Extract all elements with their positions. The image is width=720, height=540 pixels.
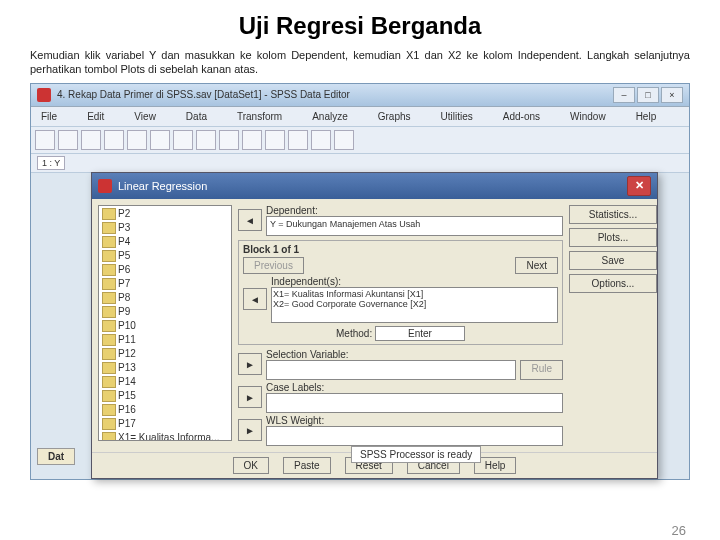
slide-title: Uji Regresi Berganda [30,12,690,40]
method-select[interactable]: Enter [375,326,465,341]
toolbar-icon[interactable] [35,130,55,150]
dialog-icon [98,179,112,193]
next-button[interactable]: Next [515,257,558,274]
toolbar-icon[interactable] [265,130,285,150]
menu-analyze[interactable]: Analyze [306,109,354,124]
list-item: P17 [100,417,230,431]
list-item: P8 [100,291,230,305]
selection-label: Selection Variable: [266,349,563,360]
block-label: Block 1 of 1 [243,244,558,255]
variable-icon [102,222,116,234]
variable-icon [102,320,116,332]
dialog-titlebar: Linear Regression ✕ [92,173,657,199]
variable-icon [102,390,116,402]
close-button[interactable]: × [661,87,683,103]
list-item: P16 [100,403,230,417]
variable-icon [102,250,116,262]
maximize-button[interactable]: □ [637,87,659,103]
variable-icon [102,208,116,220]
plots-button[interactable]: Plots... [569,228,657,247]
menu-file[interactable]: File [35,109,63,124]
menu-graphs[interactable]: Graphs [372,109,417,124]
list-item: X2= Good Corporate Governance [X2] [273,299,556,309]
move-dependent-button[interactable]: ◄ [238,209,262,231]
toolbar-icon[interactable] [58,130,78,150]
variable-icon [102,334,116,346]
variable-icon [102,418,116,430]
menu-addons[interactable]: Add-ons [497,109,546,124]
options-button[interactable]: Options... [569,274,657,293]
selection-field[interactable] [266,360,516,380]
toolbar-icon[interactable] [288,130,308,150]
menu-window[interactable]: Window [564,109,612,124]
spss-icon [37,88,51,102]
move-wls-button[interactable]: ► [238,419,262,441]
case-field[interactable] [266,393,563,413]
dependent-field[interactable]: Y = Dukungan Manajemen Atas Usah [266,216,563,236]
menu-data[interactable]: Data [180,109,213,124]
toolbar-icon[interactable] [104,130,124,150]
menu-view[interactable]: View [128,109,162,124]
list-item: X1= Kualitas Informasi Akuntansi [X1] [273,289,556,299]
variable-icon [102,432,116,441]
page-number: 26 [672,523,686,538]
case-label: Case Labels: [266,382,563,393]
list-item: P9 [100,305,230,319]
status-bar: SPSS Processor is ready [351,446,481,463]
dialog-title: Linear Regression [118,180,207,192]
variable-icon [102,404,116,416]
move-selection-button[interactable]: ► [238,353,262,375]
save-button[interactable]: Save [569,251,657,270]
wls-field[interactable] [266,426,563,446]
data-view-tab[interactable]: Dat [37,448,75,465]
toolbar-icon[interactable] [311,130,331,150]
variable-icon [102,264,116,276]
spss-toolbar [31,127,689,154]
dependent-label: Dependent: [266,205,563,216]
toolbar-icon[interactable] [242,130,262,150]
menu-transform[interactable]: Transform [231,109,288,124]
list-item: X1= Kualitas Informa... [100,431,230,441]
row-indicator: 1 : Y [31,154,689,173]
variable-list[interactable]: P2 P3 P4 P5 P6 P7 P8 P9 P10 P11 P12 P13 … [98,205,232,441]
list-item: P14 [100,375,230,389]
move-independent-button[interactable]: ◄ [243,288,267,310]
independent-label: Independent(s): [271,276,558,287]
paste-button[interactable]: Paste [283,457,331,474]
variable-icon [102,376,116,388]
list-item: P10 [100,319,230,333]
list-item: P11 [100,333,230,347]
toolbar-icon[interactable] [127,130,147,150]
variable-icon [102,306,116,318]
list-item: P3 [100,221,230,235]
list-item: P6 [100,263,230,277]
previous-button[interactable]: Previous [243,257,304,274]
menu-edit[interactable]: Edit [81,109,110,124]
toolbar-icon[interactable] [173,130,193,150]
spss-window-title: 4. Rekap Data Primer di SPSS.sav [DataSe… [57,89,350,100]
spss-menubar: File Edit View Data Transform Analyze Gr… [31,107,689,127]
variable-icon [102,278,116,290]
ok-button[interactable]: OK [233,457,269,474]
toolbar-icon[interactable] [150,130,170,150]
independent-list[interactable]: X1= Kualitas Informasi Akuntansi [X1] X2… [271,287,558,323]
statistics-button[interactable]: Statistics... [569,205,657,224]
list-item: P15 [100,389,230,403]
list-item: P12 [100,347,230,361]
method-label: Method: [336,328,372,339]
toolbar-icon[interactable] [81,130,101,150]
toolbar-icon[interactable] [219,130,239,150]
toolbar-icon[interactable] [334,130,354,150]
menu-utilities[interactable]: Utilities [435,109,479,124]
instruction-text: Kemudian klik variabel Y dan masukkan ke… [30,48,690,77]
list-item: P7 [100,277,230,291]
toolbar-icon[interactable] [196,130,216,150]
spss-titlebar: 4. Rekap Data Primer di SPSS.sav [DataSe… [31,84,689,107]
rule-button[interactable]: Rule [520,360,563,380]
list-item: P4 [100,235,230,249]
move-case-button[interactable]: ► [238,386,262,408]
minimize-button[interactable]: – [613,87,635,103]
menu-help[interactable]: Help [630,109,663,124]
list-item: P2 [100,207,230,221]
dialog-close-button[interactable]: ✕ [627,176,651,196]
